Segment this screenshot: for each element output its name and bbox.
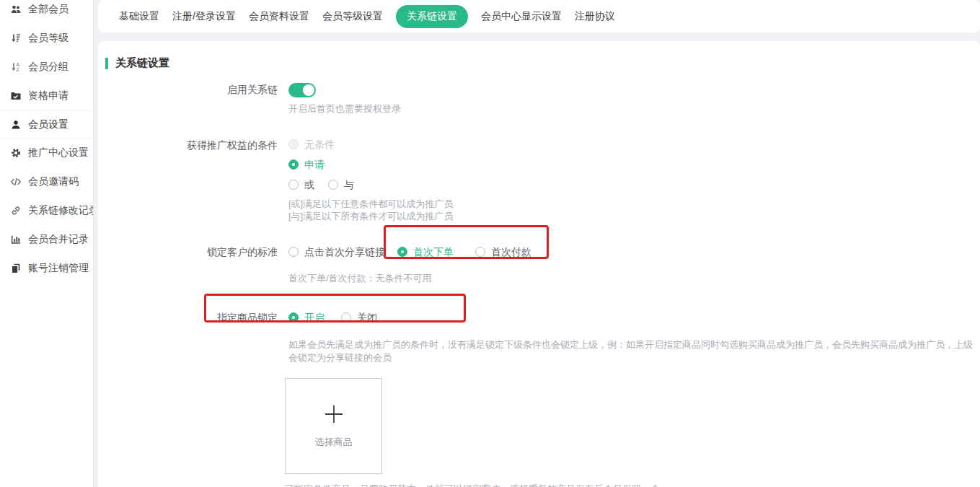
section-accent-bar [105, 58, 108, 69]
tab-registration-agreement[interactable]: 注册协议 [575, 10, 615, 23]
radio-circle-icon [288, 180, 299, 190]
radio-apply[interactable]: 申请 [288, 157, 325, 172]
sidebar-item-label: 会员设置 [28, 118, 69, 131]
sidebar-item-label: 会员分组 [28, 61, 69, 74]
tab-member-center-display-settings[interactable]: 会员中心显示设置 [481, 10, 562, 23]
select-product-label: 选择商品 [315, 436, 353, 449]
sidebar-item-qualification[interactable]: 资格申请 [0, 82, 93, 110]
sidebar-item-label: 关系链修改记录 [28, 204, 93, 217]
radio-label: 与 [344, 177, 354, 193]
promotion-condition-control: 无条件 申请 或 与 [288, 137, 453, 222]
radio-circle-icon [288, 247, 299, 257]
plus-icon [323, 403, 345, 425]
sidebar-item-label: 全部会员 [28, 3, 69, 16]
user-icon [10, 119, 22, 131]
toggle-knob [303, 84, 314, 96]
radio-label: 首次下单 [413, 244, 454, 260]
bar-chart-icon [10, 234, 22, 245]
radio-circle-icon [397, 247, 407, 257]
sidebar-item-member-group[interactable]: AZ 会员分组 [0, 53, 93, 82]
gear-icon [10, 147, 22, 159]
users-icon [10, 4, 22, 15]
radio-circle-icon [328, 180, 338, 190]
tab-basic-settings[interactable]: 基础设置 [119, 10, 159, 23]
product-lock-help: 如果会员先满足成为推广员的条件时，没有满足锁定下级条件也会锁定上级，例：如果开启… [288, 338, 980, 364]
code-icon [10, 176, 22, 188]
radio-first-order[interactable]: 首次下单 [397, 244, 454, 260]
radio-or[interactable]: 或 [288, 177, 314, 193]
settings-tab-bar: 基础设置 注册/登录设置 会员资料设置 会员等级设置 关系链设置 会员中心显示设… [98, 0, 980, 32]
sidebar-item-merge-log[interactable]: 会员合并记录 [0, 225, 93, 254]
radio-first-payment[interactable]: 首次付款 [475, 244, 531, 260]
sidebar-menu: 全部会员 会员等级 AZ 会员分组 资格申请 会员设置 [0, 0, 93, 283]
option-line: 申请 [288, 157, 453, 172]
sidebar-item-chain-modify-log[interactable]: 关系链修改记录 [0, 196, 93, 225]
radio-label: 申请 [304, 157, 325, 172]
product-lock-control: 开启 关闭 [288, 310, 377, 325]
condition-help-or: [或]满足以下任意条件都可以成为推广员 [288, 198, 453, 210]
lock-standard-help: 首次下单/首次付款：无条件不可用 [288, 272, 980, 285]
radio-circle-icon [341, 312, 351, 323]
sidebar-item-label: 会员邀请码 [28, 175, 79, 188]
condition-help-and: [与]满足以下所有条件才可以成为推广员 [288, 210, 453, 222]
copy-icon [10, 263, 22, 274]
sidebar-item-promotion-center[interactable]: 推广中心设置 [0, 139, 93, 167]
radio-label: 关闭 [357, 310, 377, 325]
radio-circle-icon [288, 159, 299, 170]
tab-member-profile-settings[interactable]: 会员资料设置 [249, 10, 309, 23]
section-title: 关系链设置 [115, 56, 169, 70]
product-picker-help: 可指定多件商品，只需购买其中一件就可以锁定客户，选择重复的商品保存后会只保留一个 [285, 483, 980, 487]
lock-standard-label: 锁定客户的标准 [98, 244, 288, 260]
section-header: 关系链设置 [105, 56, 980, 70]
radio-label: 首次付款 [491, 244, 531, 260]
sidebar-item-member-level[interactable]: 会员等级 [0, 24, 93, 53]
radio-and[interactable]: 与 [328, 177, 354, 193]
select-product-button[interactable]: 选择商品 [285, 378, 382, 474]
sidebar-item-member-settings[interactable]: 会员设置 [0, 110, 93, 139]
sidebar: 全部会员 会员等级 AZ 会员分组 资格申请 会员设置 [0, 0, 94, 487]
sort-alpha-icon: AZ [10, 61, 22, 73]
promotion-condition-label: 获得推广权益的条件 [98, 137, 288, 153]
sidebar-item-all-members[interactable]: 全部会员 [0, 0, 93, 24]
row-enable-chain: 启用关系链 [98, 82, 980, 97]
radio-circle-icon [288, 312, 299, 323]
svg-text:Z: Z [17, 67, 19, 72]
folder-check-icon [10, 90, 22, 102]
row-product-lock: 指定商品锁定 开启 关闭 [98, 310, 980, 325]
radio-circle-icon [475, 247, 485, 257]
lock-standard-control: 点击首次分享链接 首次下单 首次付款 [288, 245, 531, 259]
radio-product-lock-off[interactable]: 关闭 [341, 310, 377, 325]
sidebar-item-label: 账号注销管理 [28, 262, 89, 275]
row-lock-standard: 锁定客户的标准 点击首次分享链接 首次下单 首次付款 [98, 244, 980, 260]
radio-product-lock-on[interactable]: 开启 [288, 310, 325, 325]
sidebar-item-label: 会员合并记录 [28, 233, 89, 246]
radio-no-condition[interactable]: 无条件 [288, 136, 335, 152]
radio-circle-icon [288, 139, 299, 149]
sidebar-item-label: 推广中心设置 [28, 146, 89, 159]
enable-chain-label: 启用关系链 [98, 82, 288, 97]
sidebar-item-label: 会员等级 [28, 32, 69, 45]
product-lock-label: 指定商品锁定 [98, 310, 288, 325]
radio-label: 无条件 [304, 136, 335, 152]
radio-label: 或 [304, 177, 314, 193]
radio-label: 点击首次分享链接 [304, 244, 385, 260]
sidebar-item-invite-code[interactable]: 会员邀请码 [0, 167, 93, 196]
enable-chain-control [288, 82, 316, 97]
radio-first-share-link[interactable]: 点击首次分享链接 [288, 244, 385, 260]
settings-panel: 关系链设置 启用关系链 开启后首页也需要授权登录 获得推广权益的条件 无条件 [98, 41, 980, 487]
rank-sort-icon [10, 32, 22, 44]
sidebar-item-account-cancellation[interactable]: 账号注销管理 [0, 254, 93, 283]
enable-chain-toggle[interactable] [288, 83, 316, 97]
option-line: 无条件 [288, 137, 453, 152]
link-icon [10, 205, 22, 216]
enable-chain-help: 开启后首页也需要授权登录 [288, 102, 980, 115]
main-area: 基础设置 注册/登录设置 会员资料设置 会员等级设置 关系链设置 会员中心显示设… [98, 0, 980, 487]
tab-register-login-settings[interactable]: 注册/登录设置 [172, 10, 236, 23]
tab-member-level-settings[interactable]: 会员等级设置 [322, 10, 383, 23]
row-promotion-condition: 获得推广权益的条件 无条件 申请 或 [98, 137, 980, 222]
option-line: 或 与 [288, 177, 453, 192]
sidebar-item-label: 资格申请 [28, 89, 69, 102]
tab-relation-chain-settings[interactable]: 关系链设置 [396, 5, 468, 28]
radio-label: 开启 [304, 310, 325, 325]
